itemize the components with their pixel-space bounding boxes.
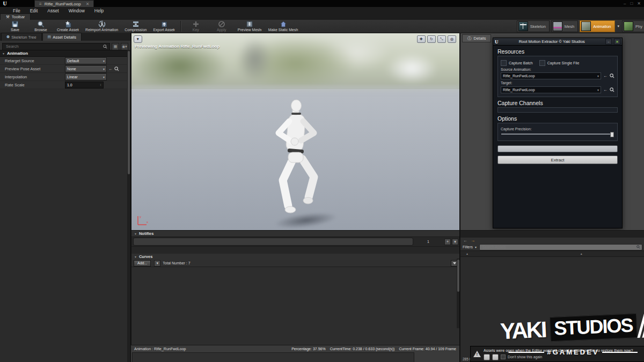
browse-to-source-icon[interactable]: ← [603, 73, 608, 78]
asset-search-input[interactable] [481, 245, 636, 249]
world-space-icon[interactable]: ◍ [448, 35, 456, 43]
dont-show-again-checkbox[interactable] [501, 354, 506, 359]
reimport-animation-button[interactable]: Reimport Animation [82, 20, 121, 33]
dropdown-caret-icon[interactable]: ▾ [173, 28, 175, 32]
extract-button[interactable]: Extract [497, 156, 618, 164]
asset-table-header[interactable]: ▲ ▲ [460, 251, 644, 257]
menu-help[interactable]: Help [90, 8, 108, 14]
property-label: Rate Scale [5, 83, 65, 87]
viewport-options-button[interactable]: ▾ [134, 35, 142, 43]
preview-viewport[interactable]: ▾ ✚ ↻ ⤡ ◍ Previewing Animation Rifle_Run… [131, 33, 460, 231]
document-tab[interactable]: ≡ Rifle_RunFwdLoop ✕ [34, 0, 94, 8]
source-animation-dropdown[interactable]: Rifle_RunFwdLoop▾ [501, 72, 601, 79]
extractor-minimize-button[interactable]: – [605, 39, 612, 45]
notifies-header[interactable]: ▼ Notifies [131, 231, 460, 237]
details-search-input[interactable] [5, 43, 103, 49]
create-asset-button[interactable]: Create Asset▾ [54, 20, 82, 33]
export-asset-button[interactable]: Export Asset▾ [150, 20, 178, 33]
asset-details-panel: ⚉Skeleton Tree▤Asset Details ▦ ◉▾ ▼Anima… [0, 33, 131, 362]
details-search-box[interactable] [2, 43, 110, 50]
dropdown-caret-icon: ▾ [103, 75, 105, 79]
curves-header[interactable]: ▼ Curves [131, 254, 460, 260]
preview-mesh-button[interactable]: Preview Mesh▾ [235, 20, 265, 33]
capture-precision-slider[interactable] [501, 132, 614, 136]
dropdown-caret-icon[interactable]: ▾ [77, 28, 79, 32]
menu-window[interactable]: Window [64, 8, 89, 14]
toolbar-tab[interactable]: ⚒ Toolbar [0, 13, 31, 20]
mode-tab-mesh[interactable]: Mesh [551, 20, 578, 32]
close-icon[interactable]: ✕ [637, 1, 641, 6]
dropdown-caret-icon[interactable]: ▾ [260, 28, 262, 32]
search-icon [636, 245, 640, 249]
dropdown-value: Linear [67, 75, 77, 79]
dont-show-again-label: Don't show this again [508, 355, 542, 359]
property-row-interpolation: InterpolationLinear▾ [0, 73, 127, 81]
extract-progress-bar [497, 145, 618, 152]
find-source-icon[interactable] [610, 73, 614, 78]
add-curve-button[interactable]: Add... [134, 260, 151, 267]
translate-gizmo-icon[interactable]: ✚ [417, 35, 426, 43]
mode-tab-animation[interactable]: Animation [580, 20, 614, 32]
dont-restore-button[interactable] [492, 354, 499, 360]
interpolation-dropdown[interactable]: Linear▾ [65, 73, 107, 80]
forward-icon[interactable]: → [471, 238, 475, 243]
filters-button[interactable]: Filters▼ [463, 245, 477, 249]
options-group: Capture Precision: [497, 123, 618, 141]
spinner-icon[interactable]: ↕ [100, 83, 101, 86]
timeline-scrubber[interactable] [132, 352, 459, 362]
tab-asset-details[interactable]: ▤Asset Details [42, 33, 82, 41]
mode-tab-caret-icon[interactable]: ▾ [617, 24, 621, 28]
notify-options-button[interactable]: ▾ [452, 239, 458, 245]
tab-close-icon[interactable]: ✕ [86, 2, 90, 6]
capture-batch-checkbox[interactable] [501, 60, 507, 66]
visibility-filter-icon[interactable]: ◉▾ [121, 43, 128, 50]
target-dropdown[interactable]: Rifle_RunFwdLoop▾ [501, 86, 601, 93]
tab-details[interactable]: ⓘ Details [462, 34, 491, 42]
scale-gizmo-icon[interactable]: ⤡ [437, 35, 446, 43]
asset-search-box[interactable] [479, 244, 642, 250]
menu-edit[interactable]: Edit [26, 8, 42, 14]
anim-timeline-panel: ▼ Notifies 1 + ▾ ▼ Curves Add... ▾ Total… [131, 230, 460, 346]
tab-skeleton-tree[interactable]: ⚉Skeleton Tree [1, 33, 42, 41]
find-target-icon[interactable] [610, 87, 614, 92]
rate-scale-field[interactable]: 1.0↕ [65, 82, 104, 88]
scrubber-ticks[interactable] [132, 352, 414, 362]
mode-tab-phy[interactable]: Phy [622, 20, 644, 32]
extractor-title-bar[interactable]: U Root Motion Extractor © Yaki Studios –… [493, 38, 622, 46]
preview-pose-asset-dropdown[interactable]: None▾ [65, 65, 107, 72]
rotate-gizmo-icon[interactable]: ↻ [427, 35, 436, 43]
menu-file[interactable]: File [9, 8, 25, 14]
magnifier-icon[interactable] [114, 67, 119, 71]
compression-button[interactable]: Compression [121, 20, 150, 33]
asset-filter-row: Filters▼ [460, 243, 644, 251]
add-curve-caret[interactable]: ▾ [154, 260, 160, 267]
capture-single-file-checkbox[interactable] [539, 60, 545, 66]
menu-asset[interactable]: Asset [43, 8, 63, 14]
save-button[interactable]: Save [2, 20, 28, 33]
right-splitter[interactable] [459, 33, 460, 362]
menu-bar: FileEditAssetWindowHelp [0, 7, 644, 14]
restore-now-button[interactable] [484, 354, 490, 360]
browse-to-target-icon[interactable]: ← [603, 87, 608, 92]
skeleton-thumb-icon [518, 21, 528, 31]
notifies-track[interactable] [133, 238, 413, 246]
toolbar-tab-label: Toolbar [12, 14, 25, 19]
extractor-close-button[interactable]: ✕ [614, 39, 620, 45]
notify-add-button[interactable]: + [444, 239, 451, 245]
curves-toolbar: Add... ▾ Total Number : 7 [131, 260, 460, 267]
left-splitter[interactable] [130, 33, 131, 362]
browse-button[interactable]: Browse [28, 20, 54, 33]
options-header: Options [497, 115, 618, 122]
retarget-source-dropdown[interactable]: Default▾ [65, 57, 107, 64]
notifies-row: 1 + ▾ [131, 237, 460, 247]
make-static-mesh-button[interactable]: Make Static Mesh [265, 20, 302, 33]
resources-group: Capture Batch Capture Single File Source… [497, 56, 618, 97]
back-icon[interactable]: ← [463, 238, 467, 243]
mode-tab-skeleton[interactable]: Skeleton [517, 20, 550, 32]
grid-view-icon[interactable]: ▦ [112, 43, 119, 50]
maximize-icon[interactable]: □ [630, 1, 633, 6]
minimize-icon[interactable]: – [624, 1, 626, 6]
section-header-animation[interactable]: ▼Animation [0, 50, 127, 57]
browse-to-icon[interactable]: ← [108, 67, 113, 71]
browse-icon [37, 21, 45, 28]
